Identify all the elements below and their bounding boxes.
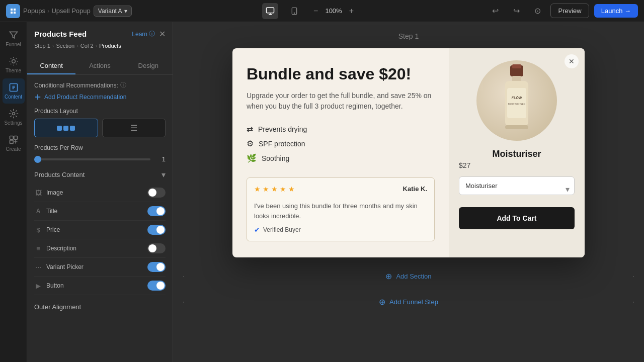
main-layout: Funnel Theme Content Settings Create Pro…	[0, 22, 644, 362]
panel-bc-section[interactable]: Section	[56, 43, 74, 49]
sidebar-item-create-label: Create	[6, 146, 21, 152]
layout-grid-btn[interactable]	[34, 119, 98, 137]
svg-point-5	[12, 113, 15, 115]
sidebar-item-create[interactable]: Create	[3, 131, 25, 156]
zoom-out-btn[interactable]: −	[310, 6, 321, 17]
toggle-button-label: ▶ Button	[34, 282, 64, 290]
panel-title-text: Products Feed	[34, 30, 87, 38]
feature-list: ⇄ Prevents drying ⚙ SPF protection 🌿 Soo…	[247, 122, 435, 165]
icon-sidebar: Funnel Theme Content Settings Create	[0, 22, 27, 362]
toggle-variant-switch[interactable]	[147, 262, 166, 272]
toggle-image-switch[interactable]	[147, 188, 166, 198]
redo-btn[interactable]: ↪	[508, 3, 524, 19]
panel-title-row: Products Feed Learn ⓘ ✕	[34, 29, 166, 39]
svg-text:FLŌW: FLŌW	[512, 96, 523, 100]
feature-text-2: Soothing	[262, 154, 289, 162]
add-funnel-line-right	[633, 302, 634, 303]
outer-alignment-section: Outer Alignment	[34, 302, 166, 311]
toggle-title-switch[interactable]	[147, 206, 166, 216]
sidebar-item-content[interactable]: Content	[3, 78, 25, 104]
review-stars: ★ ★ ★ ★ ★	[254, 185, 295, 193]
outer-alignment-label: Outer Alignment	[34, 303, 81, 311]
button-icon: ▶	[34, 282, 42, 290]
panel-learn-link[interactable]: Learn ⓘ	[132, 30, 155, 38]
product-name: Moisturiser	[459, 149, 575, 159]
products-per-row-slider[interactable]	[34, 158, 150, 160]
layout-options: ☰	[34, 119, 166, 137]
toggle-button-switch[interactable]	[147, 281, 166, 291]
verified-label: Verified Buyer	[263, 226, 301, 233]
feature-text-1: SPF protection	[259, 140, 305, 148]
svg-rect-18	[505, 125, 528, 129]
launch-btn[interactable]: Launch →	[594, 4, 638, 18]
panel-bc-col2[interactable]: Col 2	[80, 43, 94, 49]
popup-close-btn[interactable]: ✕	[565, 54, 579, 68]
product-price: $27	[459, 161, 575, 169]
canvas-step-label: Step 1	[398, 32, 419, 40]
sidebar-item-settings-label: Settings	[4, 120, 22, 126]
panel-content: Conditional Recommendations: ⓘ Add Produ…	[27, 75, 173, 362]
zoom-value: 100%	[325, 7, 342, 15]
canvas: Step 1 ✕ Bundle and save $20! Upgrade yo…	[173, 22, 644, 362]
feature-item-0: ⇄ Prevents drying	[247, 122, 435, 136]
breadcrumb-upsell[interactable]: Upsell Popup	[51, 7, 90, 15]
title-icon: A	[34, 208, 42, 215]
toggle-image-label: 🖼 Image	[34, 189, 63, 197]
tab-content[interactable]: Content	[27, 58, 75, 74]
popup-right-panel: FLŌW MOISTURISER Moisturiser $27 Moistur…	[449, 48, 585, 257]
popup-modal: ✕ Bundle and save $20! Upgrade your orde…	[232, 48, 585, 257]
preview-btn[interactable]: Preview	[550, 4, 589, 18]
sidebar-item-settings[interactable]: Settings	[3, 105, 25, 130]
slider-row: 1	[34, 155, 166, 163]
add-recommendation-btn[interactable]: Add Product Recommendation	[34, 94, 166, 101]
desktop-device-btn[interactable]	[262, 3, 278, 19]
toggle-price-switch[interactable]	[147, 225, 166, 235]
sidebar-item-funnel[interactable]: Funnel	[3, 26, 25, 51]
products-content-title: Products Content	[34, 171, 85, 178]
toggle-description-switch[interactable]	[147, 243, 166, 253]
panel-bc-products[interactable]: Products	[99, 43, 121, 49]
breadcrumb-popups[interactable]: Popups	[23, 7, 45, 15]
zoom-in-btn[interactable]: +	[346, 6, 357, 17]
add-section-btn[interactable]: ⊕ Add Section	[184, 265, 633, 287]
products-per-row-value: 1	[155, 155, 166, 163]
review-footer: ✔ Verified Buyer	[254, 226, 427, 234]
panel-close-btn[interactable]: ✕	[159, 29, 166, 39]
product-image-container: FLŌW MOISTURISER	[476, 60, 557, 141]
layout-list-btn[interactable]: ☰	[102, 119, 166, 137]
popup-heading: Bundle and save $20!	[247, 64, 435, 83]
toggle-title-label: A Title	[34, 208, 57, 215]
tab-design[interactable]: Design	[124, 58, 173, 74]
history-btn[interactable]: ⊙	[529, 3, 545, 19]
svg-rect-6	[10, 136, 13, 140]
add-section-line-right	[633, 276, 634, 277]
toggle-image: 🖼 Image	[34, 184, 166, 202]
toggle-price-label: $ Price	[34, 226, 60, 234]
review-box: ★ ★ ★ ★ ★ Katie K. I've been using this …	[247, 177, 435, 241]
spf-icon: ⚙	[247, 139, 254, 148]
logo[interactable]	[6, 4, 20, 18]
variant-selector[interactable]: Variant A ▾	[94, 6, 132, 17]
plus-icon-section: ⊕	[385, 272, 392, 281]
panel-bc-step1[interactable]: Step 1	[34, 43, 50, 49]
variant-label: Variant A	[98, 8, 122, 15]
add-funnel-step-btn[interactable]: ⊕ Add Funnel Step	[184, 291, 633, 313]
layout-dot-3	[70, 126, 75, 131]
toggle-price: $ Price	[34, 221, 166, 239]
sidebar-item-theme[interactable]: Theme	[3, 52, 25, 77]
panel-tabs: Content Actions Design	[27, 58, 173, 75]
undo-btn[interactable]: ↩	[487, 3, 503, 19]
tab-actions[interactable]: Actions	[75, 58, 124, 74]
toggle-button: ▶ Button	[34, 277, 166, 295]
soothing-icon: 🌿	[247, 153, 257, 163]
panel: Products Feed Learn ⓘ ✕ Step 1 › Section…	[27, 22, 173, 362]
add-to-cart-btn[interactable]: Add To Cart	[459, 207, 575, 229]
product-variant-select[interactable]: Moisturiser	[459, 176, 575, 195]
mobile-device-btn[interactable]	[286, 3, 302, 19]
prevents-drying-icon: ⇄	[247, 124, 253, 134]
chevron-down-icon: ▾	[124, 8, 127, 15]
review-header: ★ ★ ★ ★ ★ Katie K.	[254, 185, 427, 197]
product-bottle-svg: FLŌW MOISTURISER	[494, 63, 539, 138]
verified-icon: ✔	[254, 226, 260, 234]
products-content-chevron[interactable]: ▾	[162, 170, 166, 179]
